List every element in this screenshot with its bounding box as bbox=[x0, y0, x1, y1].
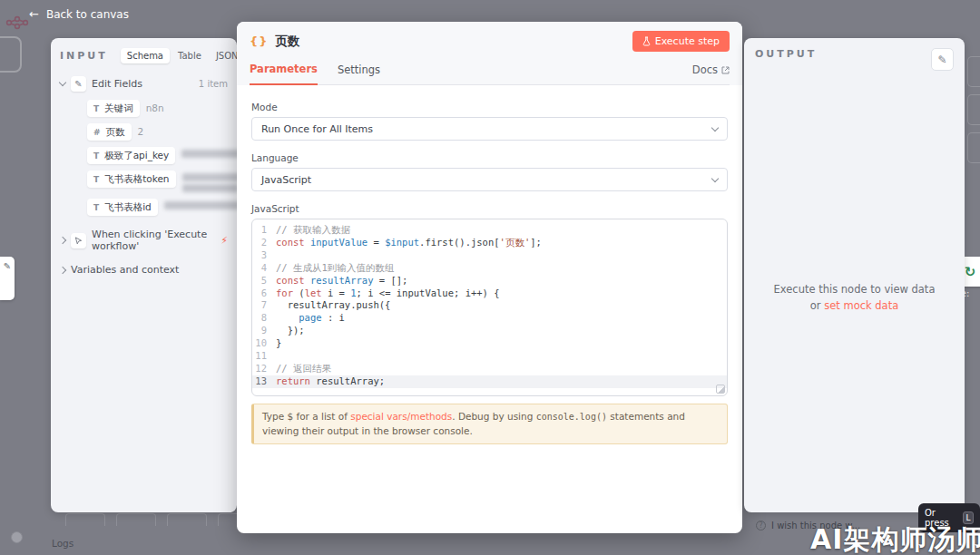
code-token: = []; bbox=[373, 275, 407, 287]
code-token: resultArray bbox=[310, 275, 374, 287]
line-number: 10 bbox=[252, 337, 276, 350]
field-row[interactable]: T极致了api_key bbox=[87, 147, 228, 164]
field-name: 极致了api_key bbox=[104, 150, 169, 162]
field-row[interactable]: T飞书表格id bbox=[87, 199, 228, 216]
field-chip[interactable]: T极致了api_key bbox=[87, 147, 175, 164]
code-token: // 返回结果 bbox=[276, 363, 331, 375]
chevron-right-icon[interactable] bbox=[59, 266, 66, 273]
code-token: ]; bbox=[530, 237, 542, 249]
code-token: let bbox=[305, 287, 322, 300]
node-title: 页数 bbox=[276, 34, 300, 50]
items-count: 1 item bbox=[199, 79, 228, 89]
field-chip[interactable]: T飞书表格id bbox=[87, 199, 158, 216]
tree-node-label: When clicking 'Execute workflow' bbox=[92, 229, 215, 252]
special-vars-link[interactable]: special vars/methods bbox=[350, 411, 452, 422]
ghost-node bbox=[116, 513, 156, 526]
chevron-down-icon[interactable] bbox=[59, 79, 66, 86]
field-row[interactable]: T关键词n8n bbox=[87, 100, 228, 117]
field-name: 飞书表格id bbox=[104, 201, 152, 214]
mode-value: Run Once for All Items bbox=[261, 123, 373, 135]
logs-toggle[interactable]: Logs bbox=[52, 538, 74, 549]
line-number: 1 bbox=[252, 224, 276, 237]
edit-fields-node-edge[interactable]: ✎ bbox=[0, 257, 15, 300]
field-list: T关键词n8n#页数2T极致了api_keyT飞书表格tokenT飞书表格id bbox=[60, 100, 228, 216]
ghost-node bbox=[967, 94, 980, 125]
code-line[interactable]: 9 }); bbox=[252, 325, 727, 337]
tree-node-edit-fields[interactable]: ✎ Edit Fields 1 item bbox=[60, 76, 228, 92]
field-type-icon: T bbox=[93, 203, 99, 212]
n8n-logo-icon bbox=[5, 15, 29, 31]
code-token: // 生成从1到输入值的数组 bbox=[276, 262, 394, 275]
code-token: inputValue bbox=[310, 237, 368, 249]
question-icon: ? bbox=[756, 521, 766, 531]
execute-step-button[interactable]: Execute step bbox=[632, 31, 730, 52]
field-chip[interactable]: T关键词 bbox=[87, 100, 140, 117]
ghost-node bbox=[167, 513, 207, 526]
cursor-icon bbox=[71, 233, 86, 248]
output-panel-title: OUTPUT bbox=[755, 48, 817, 60]
field-chip[interactable]: T飞书表格token bbox=[87, 170, 176, 188]
tab-settings[interactable]: Settings bbox=[338, 63, 380, 84]
tab-table[interactable]: Table bbox=[172, 48, 208, 63]
chevron-right-icon[interactable] bbox=[59, 237, 66, 244]
code-token: // 获取输入数据 bbox=[276, 224, 350, 237]
docs-link[interactable]: Docs bbox=[692, 63, 730, 84]
line-number: 11 bbox=[252, 350, 276, 363]
line-number: 2 bbox=[252, 237, 276, 249]
ghost-node bbox=[65, 513, 105, 526]
tree-node-label: Edit Fields bbox=[92, 78, 142, 90]
code-token: .first().json[ bbox=[419, 237, 500, 249]
output-panel: OUTPUT ✎ Execute this node to view data … bbox=[744, 38, 965, 512]
mode-select[interactable]: Run Once for All Items bbox=[251, 117, 728, 141]
tab-parameters[interactable]: Parameters bbox=[250, 63, 318, 85]
line-number: 13 bbox=[252, 375, 276, 388]
code-line[interactable]: 7 resultArray.push({ bbox=[252, 299, 727, 312]
chevron-down-icon bbox=[711, 123, 719, 131]
output-empty-state: Execute this node to view data or set mo… bbox=[744, 281, 965, 315]
code-token: ( bbox=[293, 287, 305, 300]
language-label: Language bbox=[251, 152, 728, 163]
code-editor[interactable]: 1// 获取输入数据2const inputValue = $input.fir… bbox=[251, 219, 728, 396]
hint-code: console.log() bbox=[536, 412, 607, 422]
tab-schema[interactable]: Schema bbox=[121, 48, 170, 63]
refresh-icon: ↻ bbox=[965, 264, 976, 280]
code-line[interactable]: 5const resultArray = []; bbox=[252, 275, 727, 287]
field-type-icon: T bbox=[93, 151, 99, 161]
edit-output-button[interactable]: ✎ bbox=[931, 48, 954, 71]
code-line[interactable]: 4// 生成从1到输入值的数组 bbox=[252, 262, 727, 275]
input-panel: INPUT Schema Table JSON ✎ Edit Fields 1 … bbox=[51, 38, 237, 512]
hint-text: Type $ for a list of bbox=[262, 411, 350, 422]
code-token: const bbox=[276, 237, 310, 249]
code-line[interactable]: 3 bbox=[252, 249, 727, 262]
line-number: 12 bbox=[252, 363, 276, 375]
code-line[interactable]: 10} bbox=[252, 337, 727, 350]
code-line[interactable]: 13return resultArray; bbox=[252, 375, 727, 388]
hint-text: . Debug by using bbox=[452, 411, 535, 422]
code-line[interactable]: 11 bbox=[252, 350, 727, 363]
field-row[interactable]: T飞书表格token bbox=[87, 170, 228, 192]
set-mock-data-link[interactable]: set mock data bbox=[824, 299, 898, 312]
code-line[interactable]: 1// 获取输入数据 bbox=[252, 224, 727, 237]
code-line[interactable]: 2const inputValue = $input.first().json[… bbox=[252, 237, 727, 249]
tree-node-variables[interactable]: Variables and context bbox=[60, 264, 228, 276]
execute-step-label: Execute step bbox=[655, 35, 720, 47]
code-line[interactable]: 12// 返回结果 bbox=[252, 363, 727, 375]
resize-grip-icon[interactable] bbox=[716, 385, 725, 394]
docs-label: Docs bbox=[692, 63, 718, 76]
tree-node-trigger[interactable]: When clicking 'Execute workflow' ⚡ bbox=[60, 229, 228, 252]
flask-icon bbox=[642, 36, 651, 46]
back-to-canvas[interactable]: ← Back to canvas bbox=[29, 7, 129, 21]
field-row[interactable]: #页数2 bbox=[87, 123, 228, 141]
language-select[interactable]: JavaScript bbox=[251, 168, 728, 191]
field-name: 关键词 bbox=[104, 102, 133, 115]
back-label: Back to canvas bbox=[46, 8, 129, 21]
back-arrow-icon: ← bbox=[29, 7, 39, 21]
field-chip[interactable]: #页数 bbox=[87, 123, 132, 141]
code-line[interactable]: 6for (let i = 1; i <= inputValue; i++) { bbox=[252, 287, 727, 300]
code-line[interactable]: 8 page : i bbox=[252, 312, 727, 325]
avatar[interactable] bbox=[11, 531, 23, 543]
code-token: $input bbox=[385, 237, 419, 249]
output-empty-text: Execute this node to view data bbox=[744, 281, 965, 297]
code-token: resultArray.push({ bbox=[276, 299, 390, 312]
field-type-icon: T bbox=[93, 104, 99, 113]
